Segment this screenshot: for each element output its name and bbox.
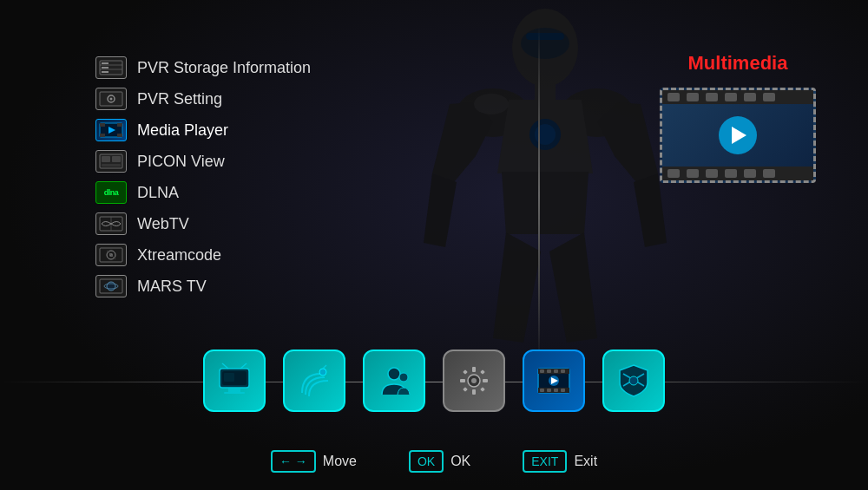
film-hole-11	[744, 169, 756, 178]
svg-rect-67	[554, 389, 558, 392]
media-toolbar-icon	[535, 362, 573, 400]
svg-point-35	[107, 282, 115, 291]
exit-key-badge: EXIT	[523, 450, 567, 473]
menu-item-webtv[interactable]: WebTV	[95, 212, 311, 235]
multimedia-title: Multimedia	[660, 52, 816, 75]
xtreamcode-label: Xtreamcode	[137, 246, 221, 265]
vertical-divider	[538, 26, 540, 364]
film-hole-8	[687, 169, 699, 178]
menu-item-xtreamcode[interactable]: Xtreamcode	[95, 244, 311, 266]
film-hole-3	[706, 93, 718, 101]
svg-rect-51	[472, 389, 476, 395]
menu-item-pvr-setting[interactable]: PVR Setting	[95, 88, 311, 110]
mars-tv-icon	[95, 275, 127, 297]
pvr-setting-icon	[95, 88, 127, 110]
svg-rect-20	[117, 123, 122, 127]
svg-rect-68	[561, 389, 565, 392]
film-hole-5	[744, 93, 756, 101]
menu-item-dlna[interactable]: dlna DLNA	[95, 181, 311, 204]
exit-control: EXIT Exit	[523, 450, 597, 473]
film-hole-4	[725, 93, 737, 101]
svg-line-40	[222, 363, 228, 369]
toolbar-settings[interactable]	[443, 350, 505, 412]
toolbar-users[interactable]	[363, 350, 425, 412]
pvr-storage-label: PVR Storage Information	[137, 59, 311, 77]
film-hole-12	[763, 169, 775, 178]
svg-rect-22	[117, 134, 122, 137]
bottom-bar: ← → Move OK OK EXIT Exit	[0, 450, 868, 473]
svg-rect-13	[102, 67, 108, 69]
svg-rect-43	[224, 373, 234, 382]
svg-line-45	[323, 365, 326, 369]
svg-rect-21	[100, 134, 105, 137]
menu-item-mars-tv[interactable]: MARS TV	[95, 275, 311, 297]
ok-control: OK OK	[409, 450, 470, 473]
ok-label: OK	[450, 454, 470, 469]
svg-point-44	[319, 369, 326, 376]
svg-rect-61	[540, 369, 544, 373]
svg-point-1	[521, 28, 569, 59]
ironman-silhouette	[406, 0, 684, 364]
media-player-menu-icon	[95, 119, 127, 141]
exit-label: Exit	[574, 454, 597, 469]
svg-rect-66	[547, 389, 551, 392]
film-hole-9	[706, 169, 718, 178]
picon-view-label: PICON View	[137, 153, 225, 171]
play-button[interactable]	[719, 116, 757, 154]
svg-point-73	[629, 376, 638, 385]
picon-view-icon	[95, 150, 127, 173]
svg-rect-2	[526, 33, 564, 40]
svg-point-17	[110, 98, 113, 101]
svg-point-49	[471, 378, 477, 383]
media-player-label: Media Player	[137, 121, 228, 140]
satellite-icon	[295, 362, 333, 400]
svg-rect-26	[112, 156, 121, 162]
mars-tv-label: MARS TV	[137, 278, 207, 296]
toolbar-tv[interactable]	[203, 350, 266, 412]
ok-key-badge: OK	[409, 450, 444, 473]
webtv-icon	[95, 212, 127, 235]
svg-rect-57	[480, 387, 485, 392]
svg-rect-52	[460, 379, 465, 382]
svg-point-47	[399, 373, 408, 382]
network-icon	[615, 362, 653, 400]
film-strip-top	[662, 90, 813, 104]
move-key-badge: ← →	[271, 450, 316, 473]
svg-rect-63	[554, 369, 558, 373]
svg-rect-64	[561, 369, 565, 373]
toolbar-network[interactable]	[602, 350, 665, 412]
svg-rect-50	[472, 367, 476, 372]
move-label: Move	[323, 454, 357, 469]
move-control: ← → Move	[271, 450, 357, 473]
svg-rect-54	[463, 369, 468, 375]
svg-line-41	[240, 363, 247, 369]
menu-item-picon-view[interactable]: PICON View	[95, 150, 311, 173]
svg-rect-53	[483, 379, 488, 382]
multimedia-media-icon	[660, 88, 816, 183]
play-triangle	[732, 127, 746, 144]
svg-rect-25	[102, 156, 110, 162]
users-icon	[375, 362, 413, 400]
svg-rect-62	[547, 369, 551, 373]
svg-rect-14	[102, 71, 108, 73]
settings-icon	[455, 362, 493, 400]
svg-rect-65	[540, 389, 544, 392]
film-strip-bottom	[662, 167, 813, 180]
menu-item-media-player[interactable]: Media Player	[95, 119, 311, 141]
svg-rect-19	[100, 123, 105, 127]
menu-panel: PVR Storage Information PVR Setting Medi…	[95, 56, 311, 306]
film-hole-1	[667, 93, 680, 101]
film-hole-2	[687, 93, 699, 101]
pvr-setting-label: PVR Setting	[137, 90, 222, 108]
menu-item-pvr-storage[interactable]: PVR Storage Information	[95, 56, 311, 79]
svg-rect-38	[228, 389, 240, 392]
svg-rect-55	[480, 369, 485, 375]
svg-point-8	[474, 94, 509, 114]
tv-icon	[215, 362, 253, 400]
toolbar-satellite[interactable]	[283, 350, 345, 412]
svg-rect-27	[102, 164, 121, 167]
svg-rect-39	[224, 392, 245, 394]
film-hole-7	[667, 169, 680, 178]
xtreamcode-icon	[95, 244, 127, 266]
toolbar-media[interactable]	[523, 350, 585, 412]
